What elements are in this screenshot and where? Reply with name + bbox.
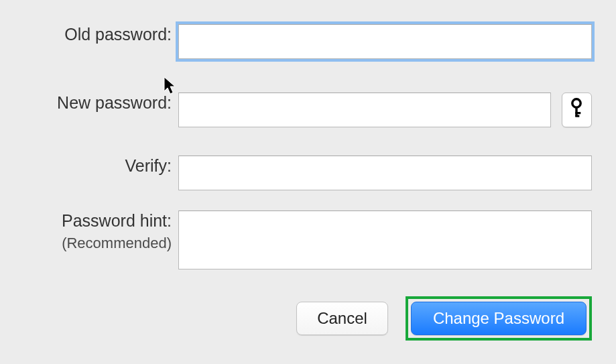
verify-field-col	[178, 156, 616, 190]
password-hint-input[interactable]	[178, 210, 592, 269]
hint-label: Password hint: (Recommended)	[0, 210, 178, 252]
verify-password-input[interactable]	[178, 156, 592, 190]
new-password-input[interactable]	[178, 93, 551, 127]
change-password-dialog: Old password: New password: Verify:	[0, 0, 616, 364]
hint-label-sub: (Recommended)	[0, 235, 172, 252]
verify-label: Verify:	[0, 156, 178, 176]
old-password-row: Old password:	[0, 24, 616, 59]
svg-point-0	[572, 99, 580, 107]
change-password-button[interactable]: Change Password	[411, 302, 587, 335]
password-assistant-button[interactable]	[562, 93, 592, 127]
highlight-annotation: Change Password	[406, 296, 592, 341]
cancel-button[interactable]: Cancel	[296, 302, 388, 335]
new-password-row: New password:	[0, 93, 616, 127]
hint-field-col	[178, 210, 616, 269]
old-password-field-col	[178, 24, 616, 59]
old-password-input[interactable]	[178, 24, 592, 59]
verify-row: Verify:	[0, 156, 616, 190]
hint-row: Password hint: (Recommended)	[0, 210, 616, 269]
dialog-buttons: Cancel Change Password	[0, 296, 616, 341]
new-password-label: New password:	[0, 93, 178, 113]
svg-rect-2	[576, 112, 581, 114]
hint-label-main: Password hint:	[62, 211, 172, 230]
key-icon	[570, 98, 583, 122]
svg-rect-3	[576, 115, 580, 117]
old-password-label: Old password:	[0, 24, 178, 44]
new-password-field-col	[178, 93, 616, 127]
